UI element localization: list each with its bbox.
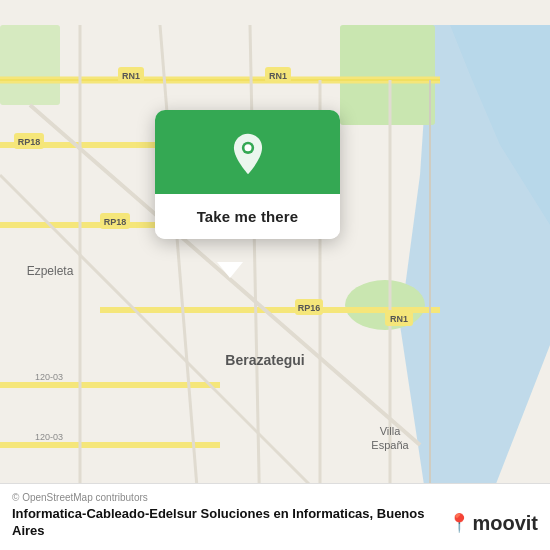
moovit-logo: 📍 moovit bbox=[448, 512, 538, 535]
place-info: Informatica-Cableado-Edelsur Soluciones … bbox=[12, 506, 538, 540]
svg-text:RN1: RN1 bbox=[390, 314, 408, 324]
place-name: Informatica-Cableado-Edelsur Soluciones … bbox=[12, 506, 438, 540]
svg-point-40 bbox=[244, 144, 251, 151]
moovit-logo-text: moovit bbox=[472, 512, 538, 535]
svg-text:Ezpeleta: Ezpeleta bbox=[27, 264, 74, 278]
svg-text:120-03: 120-03 bbox=[35, 432, 63, 442]
map-background: RN1 RN1 RN1 RP18 RP18 RP16 120-03 120-03… bbox=[0, 0, 550, 550]
svg-text:RP18: RP18 bbox=[104, 217, 127, 227]
svg-text:Villa: Villa bbox=[380, 425, 401, 437]
map-container: RN1 RN1 RN1 RP18 RP18 RP16 120-03 120-03… bbox=[0, 0, 550, 550]
svg-text:RP18: RP18 bbox=[18, 137, 41, 147]
popup-card: Take me there bbox=[155, 110, 340, 239]
svg-text:RN1: RN1 bbox=[269, 71, 287, 81]
location-pin-icon bbox=[226, 132, 270, 176]
svg-text:RN1: RN1 bbox=[122, 71, 140, 81]
popup-tail bbox=[217, 262, 243, 278]
svg-text:Berazategui: Berazategui bbox=[225, 352, 304, 368]
take-me-there-button[interactable]: Take me there bbox=[155, 194, 340, 239]
bottom-bar: © OpenStreetMap contributors Informatica… bbox=[0, 483, 550, 550]
svg-text:RP16: RP16 bbox=[298, 303, 321, 313]
svg-rect-3 bbox=[340, 25, 435, 125]
svg-rect-4 bbox=[0, 25, 60, 105]
moovit-pin-icon: 📍 bbox=[448, 512, 470, 534]
svg-text:120-03: 120-03 bbox=[35, 372, 63, 382]
svg-text:España: España bbox=[371, 439, 409, 451]
popup-icon-area bbox=[155, 110, 340, 194]
attribution: © OpenStreetMap contributors bbox=[12, 492, 538, 503]
place-text: Informatica-Cableado-Edelsur Soluciones … bbox=[12, 506, 438, 540]
